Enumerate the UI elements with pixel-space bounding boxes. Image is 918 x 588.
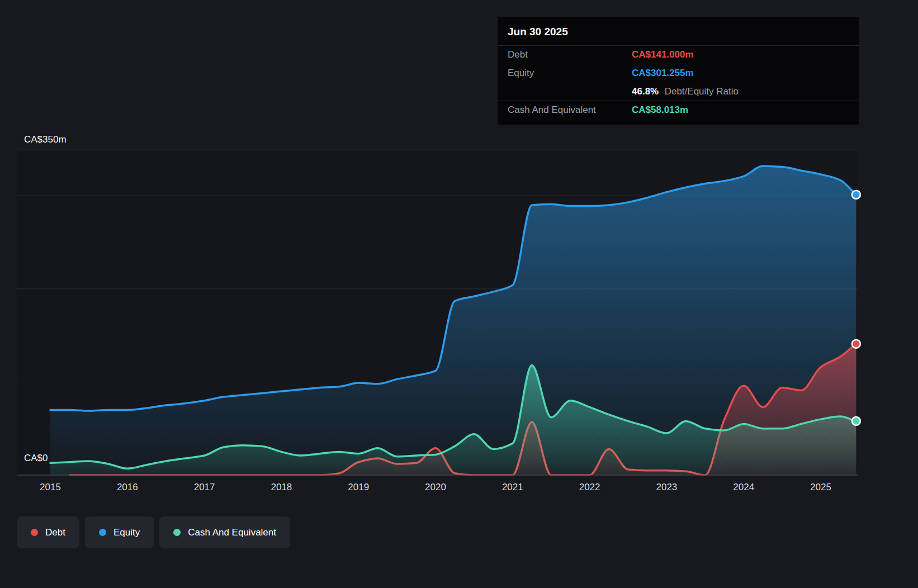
x-axis-tick-2017: 2017 bbox=[194, 482, 215, 493]
tooltip-ratio-row: 46.8% Debt/Equity Ratio bbox=[498, 82, 859, 101]
tooltip-debt-value: CA$141.000m bbox=[632, 49, 849, 60]
legend-item-cash[interactable]: Cash And Equivalent bbox=[159, 516, 290, 548]
cash-legend-dot-icon bbox=[173, 529, 181, 536]
legend-item-label: Equity bbox=[113, 527, 140, 538]
debt-endpoint-marker[interactable] bbox=[852, 340, 860, 348]
equity-endpoint-marker[interactable] bbox=[852, 191, 860, 199]
legend-item-debt[interactable]: Debt bbox=[17, 516, 79, 548]
x-axis-tick-2025: 2025 bbox=[810, 482, 831, 493]
debt-equity-history-chart: CA$350m CA$0 201520162017201820192020202… bbox=[0, 0, 918, 588]
legend-item-label: Cash And Equivalent bbox=[188, 527, 276, 538]
tooltip-equity-row: Equity CA$301.255m bbox=[498, 64, 859, 82]
tooltip-ratio-label: Debt/Equity Ratio bbox=[665, 86, 739, 97]
x-axis: 2015201620172018201920202021202220232024… bbox=[0, 482, 918, 496]
equity-legend-dot-icon bbox=[99, 529, 106, 536]
x-axis-tick-2015: 2015 bbox=[40, 482, 61, 493]
tooltip-ratio-percent: 46.8% bbox=[632, 86, 659, 97]
x-axis-tick-2022: 2022 bbox=[579, 482, 600, 493]
y-axis-zero-label: CA$0 bbox=[24, 453, 48, 464]
tooltip-date: Jun 30 2025 bbox=[498, 17, 859, 45]
tooltip-cash-row: Cash And Equivalent CA$58.013m bbox=[498, 101, 859, 119]
legend: DebtEquityCash And Equivalent bbox=[17, 516, 290, 548]
tooltip-cash-value: CA$58.013m bbox=[632, 105, 849, 116]
tooltip: Jun 30 2025 Debt CA$141.000m Equity CA$3… bbox=[498, 17, 859, 125]
y-axis-max-label: CA$350m bbox=[24, 134, 67, 145]
debt-legend-dot-icon bbox=[31, 529, 38, 536]
tooltip-equity-label: Equity bbox=[508, 68, 632, 79]
legend-item-label: Debt bbox=[45, 527, 65, 538]
tooltip-cash-label: Cash And Equivalent bbox=[508, 105, 632, 116]
x-axis-tick-2018: 2018 bbox=[271, 482, 292, 493]
x-axis-tick-2021: 2021 bbox=[502, 482, 523, 493]
tooltip-debt-row: Debt CA$141.000m bbox=[498, 45, 859, 64]
legend-item-equity[interactable]: Equity bbox=[85, 516, 154, 548]
tooltip-debt-label: Debt bbox=[508, 49, 632, 60]
tooltip-equity-value: CA$301.255m bbox=[632, 68, 849, 79]
x-axis-tick-2020: 2020 bbox=[425, 482, 446, 493]
tooltip-ratio-value-group: 46.8% Debt/Equity Ratio bbox=[632, 86, 849, 97]
cash-endpoint-marker[interactable] bbox=[852, 417, 860, 425]
x-axis-tick-2016: 2016 bbox=[117, 482, 138, 493]
x-axis-tick-2024: 2024 bbox=[733, 482, 754, 493]
x-axis-tick-2019: 2019 bbox=[348, 482, 369, 493]
x-axis-tick-2023: 2023 bbox=[656, 482, 677, 493]
